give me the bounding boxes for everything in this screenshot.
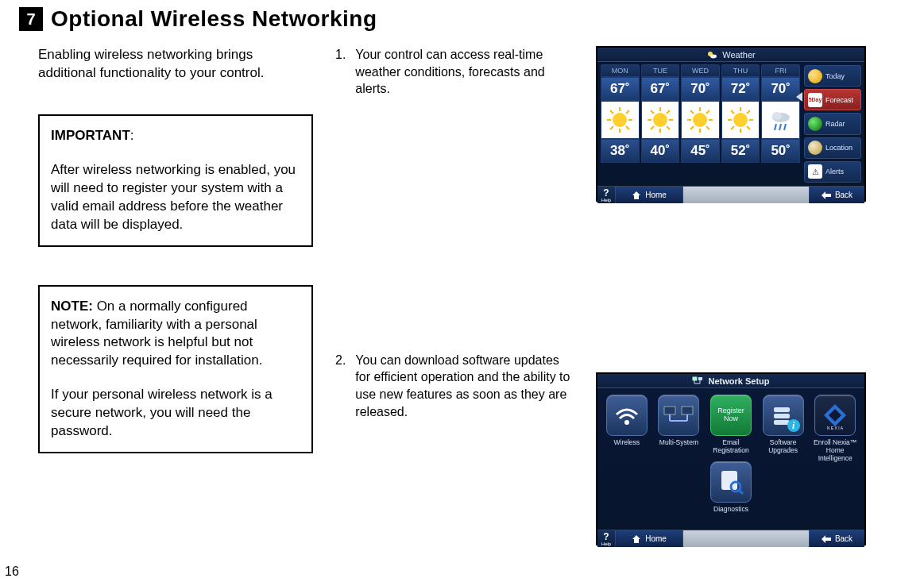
svg-line-37 <box>731 126 734 129</box>
day-header: TUE <box>641 64 680 77</box>
svg-line-41 <box>779 124 781 130</box>
svg-point-29 <box>733 113 748 127</box>
help-label: Help <box>601 542 611 546</box>
important-body: After wireless networking is enabled, yo… <box>51 161 300 234</box>
map-icon <box>808 141 822 155</box>
day-header: WED <box>681 64 720 77</box>
back-button[interactable]: Back <box>809 530 864 547</box>
svg-rect-55 <box>774 414 790 418</box>
back-button[interactable]: Back <box>809 187 864 203</box>
low-temp: 45˚ <box>681 139 720 163</box>
network-title-bar: Network Setup <box>597 374 864 388</box>
selection-arrow-icon <box>796 92 802 102</box>
step-2-number: 2. <box>335 352 346 420</box>
svg-rect-54 <box>774 407 790 412</box>
tile-email-registration[interactable]: Register Now Email Registration <box>706 395 756 455</box>
footer-spacer <box>683 187 809 203</box>
svg-rect-60 <box>721 471 737 490</box>
svg-line-36 <box>747 110 750 114</box>
footer-spacer <box>683 530 809 547</box>
sun-icon <box>808 69 822 83</box>
back-arrow-icon <box>822 535 831 543</box>
network-setup-screen: Network Setup Wireless Multi-System <box>596 372 866 545</box>
weather-screen: Weather MON TUE WED THU FRI 67˚ 67 <box>596 46 866 202</box>
section-title: Optional Wireless Networking <box>51 6 377 32</box>
diagnostics-icon <box>710 461 752 503</box>
network-title-text: Network Setup <box>708 376 769 386</box>
note-p2: If your personal wireless network is a s… <box>51 386 300 441</box>
five-day-icon: 5Day <box>808 93 822 107</box>
svg-line-8 <box>626 126 629 129</box>
step-2: 2. You can download software updates for… <box>335 352 574 420</box>
section-header: 7 Optional Wireless Networking <box>19 6 905 32</box>
home-icon <box>632 534 641 544</box>
high-temp: 70˚ <box>681 77 720 101</box>
info-badge-icon: i <box>787 419 800 432</box>
svg-point-11 <box>653 113 667 127</box>
weather-title-text: Weather <box>722 50 755 60</box>
tile-label: Diagnostics <box>713 506 748 522</box>
wifi-icon <box>606 395 648 436</box>
svg-line-35 <box>747 126 750 129</box>
svg-line-17 <box>667 126 670 129</box>
section-number: 7 <box>19 7 43 31</box>
step-1-text: Your control can access real-time weathe… <box>355 46 574 98</box>
help-button[interactable]: ? Help <box>597 187 615 203</box>
weather-condition-icon <box>641 101 680 139</box>
back-arrow-icon <box>822 191 831 199</box>
svg-line-26 <box>706 126 709 129</box>
svg-line-40 <box>775 124 776 130</box>
register-now-button[interactable]: Register Now <box>710 395 752 436</box>
menu-item-location[interactable]: Location <box>804 137 861 159</box>
tile-multi-system[interactable]: Multi-System <box>655 395 704 455</box>
menu-item-radar[interactable]: Radar <box>804 113 861 134</box>
tile-diagnostics[interactable]: Diagnostics <box>706 461 756 522</box>
svg-line-27 <box>706 110 709 114</box>
svg-line-16 <box>651 110 654 114</box>
forecast-grid: MON TUE WED THU FRI 67˚ 67˚ 70˚ 72˚ 70˚ <box>597 62 802 186</box>
important-label: IMPORTANT <box>51 128 130 143</box>
weather-icon <box>706 50 717 60</box>
svg-point-1 <box>710 54 717 58</box>
step-2-text: You can download software updates for ef… <box>355 352 574 420</box>
menu-item-forecast[interactable]: 5Day Forecast <box>804 89 861 110</box>
tile-enroll-nexia[interactable]: N E X I A Enroll Nexia™ Home Intelligenc… <box>810 395 860 455</box>
step-1: 1. Your control can access real-time wea… <box>335 46 574 98</box>
low-temp: 52˚ <box>721 139 760 163</box>
home-button[interactable]: Home <box>615 530 683 547</box>
important-box: IMPORTANT: After wireless networking is … <box>38 114 313 247</box>
home-label: Home <box>645 534 667 543</box>
high-temp: 67˚ <box>641 77 680 101</box>
multi-system-icon <box>658 395 699 436</box>
home-button[interactable]: Home <box>615 187 683 203</box>
nexia-logo-icon: N E X I A <box>814 395 856 436</box>
svg-rect-50 <box>682 407 693 414</box>
weather-condition-icon <box>761 101 800 139</box>
day-header: THU <box>721 64 760 77</box>
day-header: MON <box>601 64 640 77</box>
svg-line-25 <box>690 110 694 114</box>
radar-icon <box>808 117 822 131</box>
menu-item-today[interactable]: Today <box>804 65 861 87</box>
tile-label: Enroll Nexia™ Home Intelligence <box>810 439 860 455</box>
weather-condition-icon <box>721 101 760 139</box>
high-temp: 72˚ <box>721 77 760 101</box>
network-icon <box>692 376 703 386</box>
menu-label: Forecast <box>825 96 853 104</box>
svg-line-9 <box>626 110 629 114</box>
help-button[interactable]: ? Help <box>597 530 615 547</box>
weather-condition-icon <box>681 101 720 139</box>
svg-point-20 <box>693 113 707 127</box>
svg-line-10 <box>610 126 613 129</box>
note-box: NOTE: On a normally configured network, … <box>38 285 313 454</box>
tile-label: Email Registration <box>706 439 756 455</box>
tile-wireless[interactable]: Wireless <box>602 395 651 455</box>
svg-point-48 <box>624 420 629 425</box>
weather-title-bar: Weather <box>597 48 864 62</box>
low-temp: 40˚ <box>641 139 680 163</box>
tile-software-upgrades[interactable]: i Software Upgrades <box>759 395 808 455</box>
home-label: Home <box>645 191 667 199</box>
step-1-number: 1. <box>335 46 346 98</box>
menu-item-alerts[interactable]: ⚠ Alerts <box>804 161 861 183</box>
menu-label: Radar <box>825 120 845 128</box>
